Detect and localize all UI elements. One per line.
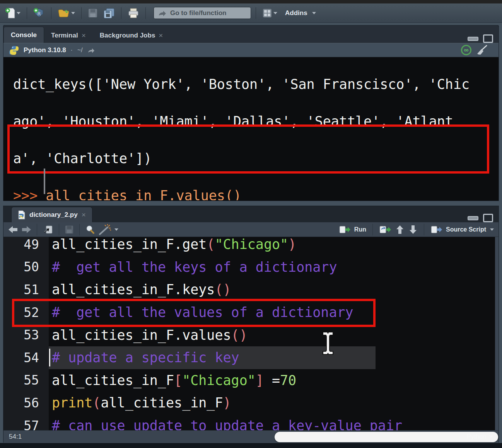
close-icon[interactable]: × [82, 31, 86, 40]
tab-label: Background Jobs [100, 32, 155, 39]
code-token: 70 [280, 373, 296, 388]
code-text: all_cities_in_F.get("Chicago") [49, 237, 296, 256]
run-icon[interactable] [339, 225, 350, 234]
working-directory[interactable]: ~/ [77, 47, 83, 54]
code-token: = [264, 373, 280, 388]
code-token: all_cities_in_F.get [52, 237, 207, 252]
code-text: print(all_cities_in_F) [49, 392, 231, 414]
new-file-button[interactable] [4, 6, 22, 20]
line-number: 55 [3, 369, 49, 392]
save-button[interactable] [86, 7, 99, 19]
tab-label: dictionary_2.py [29, 211, 78, 219]
down-arrow-icon[interactable] [408, 225, 418, 235]
close-icon[interactable]: × [82, 211, 86, 219]
up-arrow-icon[interactable] [395, 225, 405, 235]
code-line[interactable]: 51all_cities_in_F.keys() [3, 278, 499, 301]
code-text: # get all the values of a dictionary [49, 301, 353, 324]
source-icon[interactable] [430, 225, 442, 234]
code-token: () [231, 327, 248, 343]
code-token: "Chicago" [182, 373, 256, 388]
console-runtime-label[interactable]: Python 3.10.8 [24, 46, 66, 54]
open-file-button[interactable] [56, 7, 77, 20]
ibeam-mouse-cursor [321, 331, 335, 355]
video-progress-overlay[interactable] [275, 432, 498, 442]
chevron-down-icon[interactable] [312, 12, 316, 14]
console-output-line: ago', 'Houston', 'Miami', 'Dallas', 'Sea… [3, 110, 499, 133]
bottom-strip [0, 443, 502, 448]
console-output-line: dict_keys(['New York', 'Boston', 'San Fr… [3, 73, 499, 95]
chevron-down-icon[interactable] [17, 12, 20, 14]
new-project-button[interactable]: R [32, 6, 46, 20]
code-line[interactable]: 57# can use update to update a key-value… [3, 414, 499, 430]
popout-icon[interactable] [43, 225, 53, 235]
forward-arrow-icon[interactable] [21, 225, 31, 234]
print-button[interactable] [126, 7, 141, 20]
code-editor[interactable]: 49all_cities_in_F.get("Chicago")50# get … [3, 237, 499, 430]
code-token: # get all the keys of a dictionary [52, 259, 337, 275]
code-token: all_cities_in_F [52, 373, 174, 388]
code-token: () [215, 282, 231, 297]
python-file-icon [18, 210, 26, 220]
tab-background-jobs[interactable]: Background Jobs × [93, 28, 170, 43]
session-suspend-icon[interactable]: ∞ [461, 45, 471, 55]
clear-console-broom-icon[interactable] [476, 45, 488, 56]
toolbar-separator [372, 224, 373, 235]
toolbar-separator [81, 7, 82, 19]
code-token: ) [223, 395, 231, 411]
console-caret [44, 169, 45, 194]
tab-dictionary-2-py[interactable]: dictionary_2.py × [11, 207, 92, 222]
code-token: all_cities_in_F [101, 395, 223, 411]
code-line[interactable]: 50# get all the keys of a dictionary [3, 256, 499, 279]
source-script-button[interactable]: Source Script [446, 226, 486, 233]
open-directory-arrow-icon[interactable] [87, 47, 95, 53]
chevron-down-icon[interactable] [71, 12, 75, 14]
code-token: # can use update to update a key-value p… [52, 418, 402, 430]
back-arrow-icon[interactable] [8, 225, 18, 234]
tab-console[interactable]: Console [3, 27, 44, 43]
code-line[interactable]: 55all_cities_in_F["Chicago"] =70 [3, 369, 499, 392]
code-line[interactable]: 52# get all the values of a dictionary [3, 301, 499, 324]
run-button[interactable]: Run [354, 226, 366, 233]
tab-terminal[interactable]: Terminal × [44, 28, 93, 43]
rerun-icon[interactable] [379, 225, 391, 234]
code-token: "Chicago" [215, 237, 288, 252]
chevron-down-icon[interactable] [273, 12, 277, 14]
goto-file-input[interactable]: Go to file/function [154, 7, 251, 19]
addins-grid-button[interactable] [261, 7, 279, 19]
console-output-line: a', 'Charlotte']) [3, 147, 499, 170]
new-project-icon: R [33, 7, 45, 19]
minimize-icon[interactable] [468, 216, 478, 220]
code-token: all_cities_in_F.values [52, 327, 231, 343]
goto-arrow-icon [158, 10, 166, 17]
console-command-line: >>> all_cities_in_F.values() [3, 184, 499, 200]
chevron-down-icon[interactable] [490, 228, 494, 231]
code-token: ] [256, 373, 264, 388]
console-header: Python 3.10.8 · ~/ ∞ [3, 43, 499, 57]
minimize-icon[interactable] [468, 37, 478, 41]
editor-scrollbar[interactable] [495, 237, 499, 430]
close-icon[interactable]: × [159, 31, 163, 40]
code-line[interactable]: 53all_cities_in_F.values() [3, 324, 499, 346]
chevron-down-icon[interactable] [114, 228, 118, 231]
code-token: ( [92, 395, 101, 411]
line-number: 54 [3, 346, 49, 369]
code-token: all_cities_in_F.keys [52, 282, 215, 297]
magic-wand-icon[interactable] [98, 224, 111, 235]
editor-pane: dictionary_2.py × [3, 206, 499, 443]
line-number: 52 [3, 301, 49, 324]
code-line[interactable]: 54# update a specific key [3, 346, 499, 369]
maximize-icon[interactable] [483, 34, 493, 43]
save-icon[interactable] [65, 225, 74, 234]
code-line[interactable]: 49all_cities_in_F.get("Chicago") [3, 237, 499, 256]
code-line[interactable]: 56print(all_cities_in_F) [3, 392, 499, 414]
console-output[interactable]: dict_keys(['New York', 'Boston', 'San Fr… [3, 57, 499, 200]
search-icon[interactable] [85, 225, 95, 235]
editor-tabbar: dictionary_2.py × [3, 206, 499, 222]
save-all-button[interactable] [102, 7, 116, 20]
save-icon [88, 8, 98, 18]
prompt: >>> [13, 188, 46, 200]
line-number: 53 [3, 324, 49, 346]
maximize-icon[interactable] [483, 214, 493, 222]
addins-menu[interactable]: Addins [285, 9, 307, 17]
line-number: 49 [3, 237, 49, 256]
